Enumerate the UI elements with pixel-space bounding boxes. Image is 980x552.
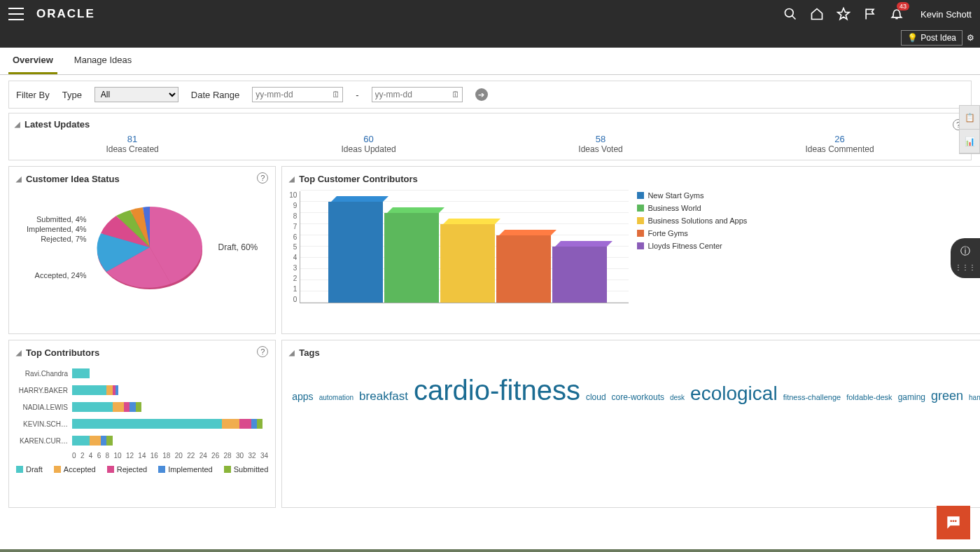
legend-item[interactable]: New Start Gyms [637,191,747,200]
stat-label: Ideas Commented [806,144,874,154]
tag-link[interactable]: core-workouts [612,392,664,402]
legend-item[interactable]: Business Solutions and Apps [637,216,747,225]
post-idea-label: Post Idea [920,33,956,43]
bar[interactable] [496,230,551,303]
settings-icon[interactable]: ⚙ [967,33,974,43]
info-widget[interactable]: ⓘ ⋮⋮⋮ [951,238,980,278]
bar-segment[interactable] [72,419,222,429]
bar[interactable] [440,219,495,303]
pie-label-implemented: Implemented, 4% [27,225,87,233]
svg-line-1 [792,16,796,20]
tag-link[interactable]: breakfast [359,389,408,403]
pie-label-draft: Draft, 60% [218,242,258,252]
tab-overview[interactable]: Overview [8,48,57,74]
bar-segment[interactable] [222,419,239,429]
legend-item[interactable]: Implemented [158,465,213,474]
collapse-icon[interactable]: ◢ [289,175,295,183]
side-rail: 📋 📊 [959,105,980,154]
bar-segment[interactable] [115,385,118,395]
collapse-icon[interactable]: ◢ [16,349,22,357]
filter-go-button[interactable]: ➔ [475,88,488,101]
collapse-icon[interactable]: ◢ [289,349,295,357]
bar-row: Ravi.Chandra [16,365,268,382]
stat-number: 58 [578,134,622,144]
tag-link[interactable]: fitness-challenge [783,393,841,401]
star-icon[interactable] [836,7,850,21]
bar-segment[interactable] [113,402,124,412]
clipboard-icon[interactable]: 📋 [960,106,979,130]
bar-segment[interactable] [72,385,106,395]
bar-label: KEVIN.SCH… [16,420,72,428]
legend-item[interactable]: Lloyds Fitness Center [637,242,747,250]
date-dash: - [356,90,358,100]
filter-by-label: Filter By [16,90,50,100]
tag-link[interactable]: cardio-fitness [414,375,580,406]
flag-icon[interactable] [863,7,877,21]
customer-idea-status-panel: ◢Customer Idea Status ? Submitted, 4% Im… [8,166,276,334]
tags-panel: ◢Tags ? appsautomationbreakfastcardio-fi… [281,340,980,508]
legend-item[interactable]: Forte Gyms [637,229,747,237]
bar-segment[interactable] [72,436,90,446]
tag-link[interactable]: desk [670,394,685,401]
calendar-icon[interactable]: 🗓 [332,90,340,99]
legend-item[interactable]: Business World [637,204,747,212]
lightbulb-icon: 💡 [907,33,918,43]
bar-label: Ravi.Chandra [16,370,72,378]
legend-item[interactable]: Draft [16,465,43,474]
stat[interactable]: 58Ideas Voted [578,134,622,154]
date-to-input[interactable] [372,87,463,102]
tag-link[interactable]: hand [969,394,980,401]
bar-row: HARRY.BAKER [16,382,268,399]
tag-link[interactable]: automation [319,394,354,401]
bar-segment[interactable] [106,436,112,446]
bar-segment[interactable] [257,419,262,429]
chat-button[interactable] [937,506,970,513]
tag-link[interactable]: foldable-desk [846,393,892,401]
date-from-input[interactable] [252,87,343,102]
bar-segment[interactable] [239,419,251,429]
bar-segment[interactable] [130,402,135,412]
legend-item[interactable]: Rejected [107,465,147,474]
stat[interactable]: 26Ideas Commented [806,134,874,154]
filter-bar: Filter By Type All Date Range 🗓 - 🗓 ➔ [8,81,972,109]
stacked-bar-chart: Ravi.ChandraHARRY.BAKERNADIA.LEWISKEVIN.… [16,365,268,474]
tab-manage-ideas[interactable]: Manage Ideas [70,48,136,74]
tag-link[interactable]: cloud [586,392,606,402]
barchart-icon[interactable]: 📊 [960,130,979,153]
type-select[interactable]: All [94,87,178,102]
user-name[interactable]: Kevin Schott [920,9,972,20]
menu-icon[interactable] [8,8,24,20]
bar-segment[interactable] [101,436,106,446]
collapse-icon[interactable]: ◢ [16,175,22,183]
oracle-logo: ORACLE [36,7,95,21]
bar-segment[interactable] [90,436,101,446]
bar-segment[interactable] [72,402,113,412]
legend-item[interactable]: Accepted [54,465,96,474]
tag-link[interactable]: green [931,389,963,403]
bar[interactable] [384,207,439,303]
collapse-icon[interactable]: ◢ [15,120,20,128]
tag-link[interactable]: gaming [898,392,925,402]
bar-segment[interactable] [124,402,130,412]
bar-segment[interactable] [251,419,257,429]
calendar-icon[interactable]: 🗓 [451,90,460,99]
notifications-button[interactable]: 43 [890,6,904,22]
keypad-icon: ⋮⋮⋮ [955,263,976,271]
post-idea-button[interactable]: 💡 Post Idea [901,30,962,46]
bar-row: KEVIN.SCH… [16,415,268,432]
bar[interactable] [552,241,607,303]
bar-segment[interactable] [72,368,90,378]
stat[interactable]: 60Ideas Updated [342,134,396,154]
bar-segment[interactable] [106,385,112,395]
stat-label: Ideas Created [106,144,158,154]
notification-badge: 43 [897,2,909,11]
tag-link[interactable]: apps [292,391,313,402]
stat[interactable]: 81Ideas Created [106,134,158,154]
bar-label: HARRY.BAKER [16,387,72,394]
bar-segment[interactable] [136,402,141,412]
tag-link[interactable]: ecological [690,382,778,404]
legend-item[interactable]: Submitted [224,465,269,474]
home-icon[interactable] [810,7,824,21]
search-icon[interactable] [783,7,797,21]
bar[interactable] [328,196,383,303]
